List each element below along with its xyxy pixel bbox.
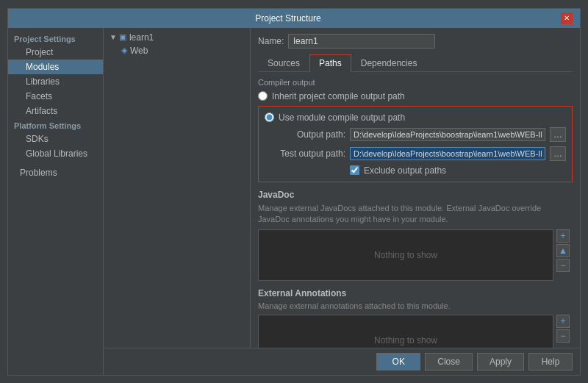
inherit-radio[interactable] xyxy=(258,91,268,101)
ext-empty-label: Nothing to show xyxy=(374,335,437,346)
tree-arrow-icon: ▼ xyxy=(110,33,117,41)
ext-annotations-list-wrapper: Nothing to show + − xyxy=(258,315,553,347)
ext-annotations-header: External Annotations xyxy=(258,288,573,298)
right-panel: Name: Sources Paths Dependencies Compile… xyxy=(251,28,580,348)
inherit-radio-row: Inherit project compile output path xyxy=(258,91,573,101)
ext-annotations-side-buttons: + − xyxy=(556,315,570,343)
tab-paths[interactable]: Paths xyxy=(309,54,351,72)
dialog-body: Project Settings Project Modules Librari… xyxy=(8,28,580,375)
javadoc-description: Manage external JavaDocs attached to thi… xyxy=(258,203,573,226)
close-icon[interactable]: ✕ xyxy=(561,12,573,24)
name-input[interactable] xyxy=(288,34,435,49)
name-label: Name: xyxy=(258,36,284,46)
inherit-label: Inherit project compile output path xyxy=(272,91,405,101)
output-path-row: Output path: … xyxy=(265,127,566,142)
tree-panel: ▼ ▣ learn1 ◈ Web xyxy=(104,28,251,348)
tree-root-label: learn1 xyxy=(129,32,154,43)
javadoc-side-buttons: + ▲ − xyxy=(556,229,570,272)
ok-button[interactable]: OK xyxy=(376,353,420,371)
ext-annotations-description: Manage external annotations attached to … xyxy=(258,301,573,310)
sidebar-item-project[interactable]: Project xyxy=(8,45,103,60)
exclude-checkbox[interactable] xyxy=(350,165,359,175)
test-output-path-browse-btn[interactable]: … xyxy=(550,146,566,161)
use-module-radio-row: Use module compile output path xyxy=(265,112,566,123)
sidebar-item-libraries[interactable]: Libraries xyxy=(8,74,103,89)
bottom-bar: OK Close Apply Help xyxy=(104,348,580,375)
help-button[interactable]: Help xyxy=(528,353,573,371)
ext-annotations-add-btn[interactable]: + xyxy=(556,315,570,328)
test-output-path-row: Test output path: … xyxy=(265,146,566,161)
exclude-label: Exclude output paths xyxy=(364,165,446,176)
content-area: ▼ ▣ learn1 ◈ Web Name: xyxy=(104,28,580,348)
close-button[interactable]: Close xyxy=(425,353,473,371)
tree-child-label: Web xyxy=(130,46,148,56)
web-icon: ◈ xyxy=(121,46,127,55)
compiler-output-label: Compiler output xyxy=(258,78,573,87)
project-structure-dialog: Project Structure ✕ Project Settings Pro… xyxy=(7,8,581,376)
sidebar-item-problems[interactable]: Problems xyxy=(8,165,103,180)
sidebar-item-modules[interactable]: Modules xyxy=(8,60,103,74)
module-icon: ▣ xyxy=(119,32,126,42)
tree-root-item[interactable]: ▼ ▣ learn1 xyxy=(107,31,247,44)
name-row: Name: xyxy=(258,34,573,49)
tree-child-web[interactable]: ◈ Web xyxy=(107,44,247,57)
output-path-input[interactable] xyxy=(350,128,545,141)
external-annotations-section: External Annotations Manage external ann… xyxy=(258,288,573,347)
use-module-label: Use module compile output path xyxy=(279,112,405,123)
project-settings-label: Project Settings xyxy=(8,32,103,45)
javadoc-section: JavaDoc Manage external JavaDocs attache… xyxy=(258,190,573,282)
output-path-label: Output path: xyxy=(265,129,345,140)
dialog-title: Project Structure xyxy=(15,13,561,24)
exclude-checkbox-row: Exclude output paths xyxy=(350,165,566,176)
tab-sources[interactable]: Sources xyxy=(258,54,309,72)
use-module-radio[interactable] xyxy=(265,112,274,122)
tab-dependencies[interactable]: Dependencies xyxy=(351,54,427,72)
ext-annotations-remove-btn[interactable]: − xyxy=(556,329,570,343)
test-output-path-label: Test output path: xyxy=(265,148,345,159)
ext-annotations-list: Nothing to show xyxy=(258,315,553,347)
sidebar-item-sdks[interactable]: SDKs xyxy=(8,132,103,146)
javadoc-list-wrapper: Nothing to show + ▲ − xyxy=(258,229,553,281)
javadoc-header: JavaDoc xyxy=(258,190,573,200)
sidebar-item-global-libraries[interactable]: Global Libraries xyxy=(8,146,103,161)
sidebar-item-artifacts[interactable]: Artifacts xyxy=(8,104,103,118)
javadoc-remove-btn[interactable]: − xyxy=(556,259,570,272)
javadoc-empty-label: Nothing to show xyxy=(374,250,437,260)
platform-settings-label: Platform Settings xyxy=(8,118,103,132)
javadoc-list: Nothing to show xyxy=(258,229,553,281)
use-module-box: Use module compile output path Output pa… xyxy=(258,106,573,182)
javadoc-arrow-up-icon[interactable]: ▲ xyxy=(556,244,570,257)
javadoc-add-btn[interactable]: + xyxy=(556,229,570,243)
test-output-path-input[interactable] xyxy=(350,147,545,160)
main-content: ▼ ▣ learn1 ◈ Web Name: xyxy=(104,28,580,375)
tabs-bar: Sources Paths Dependencies xyxy=(258,54,573,72)
sidebar: Project Settings Project Modules Librari… xyxy=(8,28,104,375)
apply-button[interactable]: Apply xyxy=(477,353,524,371)
title-bar: Project Structure ✕ xyxy=(8,9,580,28)
output-path-browse-btn[interactable]: … xyxy=(550,127,566,142)
sidebar-item-facets[interactable]: Facets xyxy=(8,89,103,104)
